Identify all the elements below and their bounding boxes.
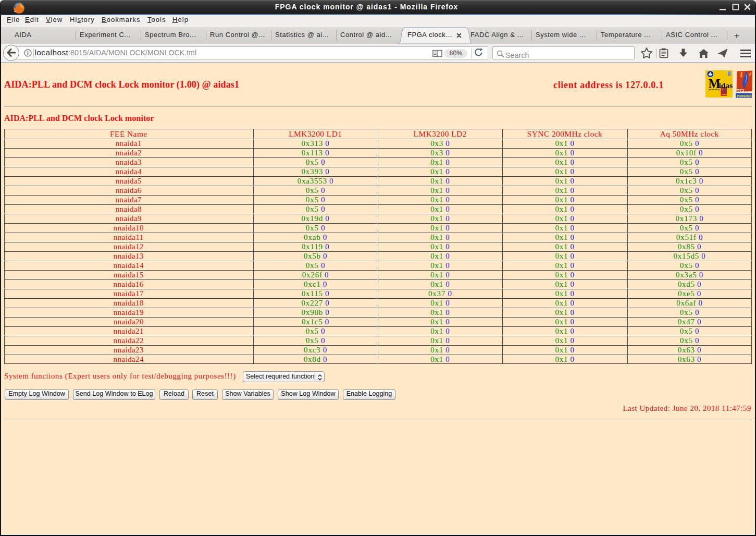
svg-text:TCL: TCL	[737, 88, 746, 93]
svg-text:powered by: powered by	[709, 89, 721, 91]
svg-text:POWERED: POWERED	[737, 94, 752, 97]
svg-text:idas: idas	[719, 80, 733, 89]
svg-text:POWERED: POWERED	[722, 93, 730, 95]
